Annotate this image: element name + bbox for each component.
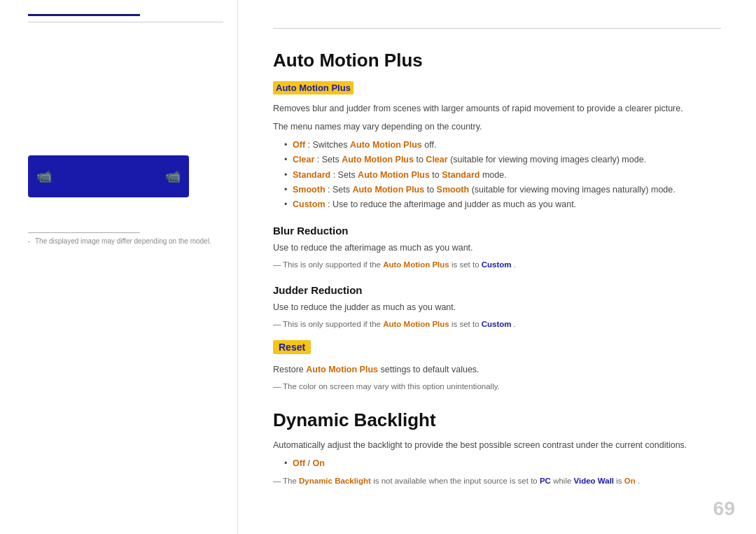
sidebar: 📹 📹 The displayed image may differ depen…: [0, 0, 238, 534]
sidebar-divider: [28, 22, 223, 22]
judder-custom-ref: Custom: [482, 320, 512, 328]
judder-reduction-text: Use to reduce the judder as much as you …: [273, 300, 721, 314]
page-title: Auto Motion Plus: [273, 50, 721, 71]
db-ref: Dynamic Backlight: [299, 477, 371, 485]
intro-text-1: Removes blur and judder from scenes with…: [273, 101, 721, 115]
page-number: 69: [713, 498, 735, 520]
reset-amp-ref: Auto Motion Plus: [306, 365, 378, 374]
reset-text: Restore Auto Motion Plus settings to def…: [273, 363, 721, 377]
blur-amp-ref: Auto Motion Plus: [383, 260, 449, 269]
dynamic-backlight-note: The Dynamic Backlight is not available w…: [273, 475, 721, 487]
judder-reduction-note: This is only supported if the Auto Motio…: [273, 318, 721, 330]
list-item-smooth: Smooth : Sets Auto Motion Plus to Smooth…: [284, 183, 721, 197]
amp-ref-1: Auto Motion Plus: [350, 140, 422, 150]
main-content: Auto Motion Plus Auto Motion Plus Remove…: [238, 0, 756, 534]
blur-reduction-text: Use to reduce the afterimage as much as …: [273, 241, 721, 255]
dynamic-backlight-title: Dynamic Backlight: [273, 409, 721, 431]
list-item-off: Off : Switches Auto Motion Plus off.: [284, 138, 721, 153]
off-label: Off: [293, 458, 305, 468]
on-ref: On: [624, 477, 636, 485]
tv-left-icon: 📹: [36, 169, 52, 184]
list-item-standard: Standard : Sets Auto Motion Plus to Stan…: [284, 168, 721, 183]
feature-list: Off : Switches Auto Motion Plus off. Cle…: [284, 138, 721, 212]
list-item-offon: Off / On: [284, 456, 721, 471]
smooth-ref: Smooth: [437, 185, 470, 195]
sidebar-note-text: The displayed image may differ depending…: [28, 237, 223, 245]
clear-ref: Clear: [426, 155, 447, 164]
on-label: On: [313, 458, 325, 468]
judder-amp-ref: Auto Motion Plus: [383, 320, 449, 328]
videowall-ref: Video Wall: [574, 477, 615, 485]
judder-reduction-heading: Judder Reduction: [273, 284, 721, 296]
blur-reduction-heading: Blur Reduction: [273, 225, 721, 237]
list-item-clear: Clear : Sets Auto Motion Plus to Clear (…: [284, 153, 721, 167]
amp-highlight-badge: Auto Motion Plus: [273, 81, 354, 94]
standard-ref: Standard: [442, 170, 479, 180]
blur-reduction-note: This is only supported if the Auto Motio…: [273, 259, 721, 271]
amp-ref-3: Auto Motion Plus: [358, 170, 430, 180]
dynamic-backlight-text: Automatically adjust the backlight to pr…: [273, 438, 721, 452]
clear-key: Clear: [293, 155, 314, 164]
dynamic-backlight-list: Off / On: [284, 456, 721, 471]
sidebar-note-line: [28, 232, 140, 233]
tv-right-icon: 📹: [165, 169, 181, 184]
standard-key: Standard: [293, 170, 330, 180]
custom-key: Custom: [293, 199, 326, 209]
off-key: Off: [293, 140, 305, 150]
intro-text-2: The menu names may vary depending on the…: [273, 120, 721, 134]
list-item-custom: Custom : Use to reduce the afterimage an…: [284, 197, 721, 212]
top-divider: [273, 28, 721, 29]
blur-custom-ref: Custom: [482, 260, 512, 269]
amp-ref-4: Auto Motion Plus: [352, 185, 424, 195]
smooth-key: Smooth: [293, 185, 326, 195]
pc-ref: PC: [540, 477, 551, 485]
reset-badge: Reset: [273, 340, 311, 354]
amp-ref-2: Auto Motion Plus: [342, 155, 414, 164]
tv-image: 📹 📹: [28, 155, 189, 197]
sidebar-top-line: [28, 14, 140, 16]
reset-note: The color on screen may vary with this o…: [273, 381, 721, 393]
